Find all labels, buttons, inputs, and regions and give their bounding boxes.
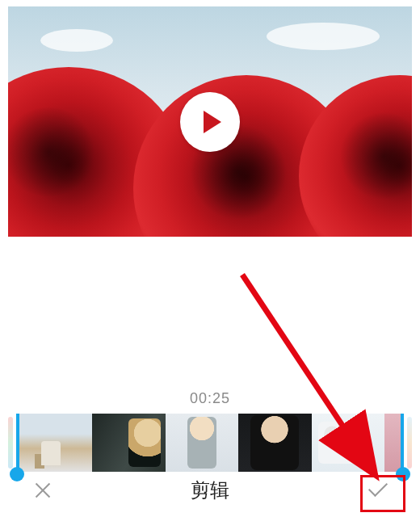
timeline-ghost-right — [407, 417, 412, 469]
timeline-thumb[interactable] — [92, 414, 165, 472]
close-button[interactable] — [23, 481, 63, 500]
screen-title: 剪辑 — [63, 477, 357, 503]
play-icon — [204, 111, 221, 133]
timeline-track[interactable] — [16, 414, 404, 472]
cloud — [40, 29, 113, 52]
video-preview[interactable] — [8, 6, 412, 237]
timeline[interactable] — [8, 414, 412, 478]
timeline-thumb[interactable] — [166, 414, 238, 472]
confirm-button[interactable] — [357, 482, 397, 498]
play-button[interactable] — [180, 92, 240, 152]
timeline-thumb[interactable] — [238, 414, 311, 472]
close-icon — [33, 481, 52, 500]
check-icon — [366, 482, 388, 498]
timeline-thumb[interactable] — [312, 414, 384, 472]
timeline-thumb[interactable] — [19, 414, 92, 472]
bottom-bar: 剪辑 — [0, 470, 420, 511]
timeline-ghost-left — [8, 417, 13, 469]
timeline-thumb[interactable] — [384, 414, 401, 472]
cloud — [267, 23, 380, 50]
timeline-timestamp: 00:25 — [0, 390, 420, 407]
